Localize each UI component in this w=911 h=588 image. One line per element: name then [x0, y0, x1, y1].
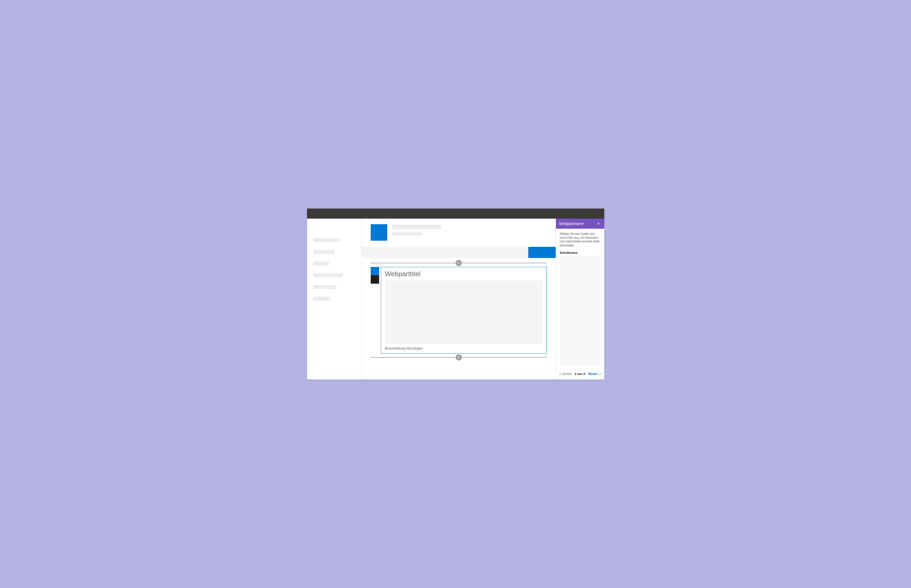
section-divider-top: + — [371, 260, 547, 267]
nav-item-placeholder[interactable] — [313, 250, 335, 254]
back-label: Zurück — [562, 372, 572, 376]
panel-page-indicator: 1 von 3 — [574, 372, 585, 376]
webpart-title-input[interactable]: Webparttitel — [385, 270, 542, 278]
canvas: + Webparttitel Beschreibung hinzufügen — [362, 260, 556, 361]
nav-item-placeholder[interactable] — [313, 297, 330, 301]
next-label: Weiter — [588, 372, 597, 376]
panel-header: Webpartname ✕ — [556, 219, 604, 229]
panel-body: Wählen Sie eine Quelle und einen Filter … — [556, 229, 604, 369]
webpart-content-placeholder — [385, 281, 542, 344]
webpart-container[interactable]: Webparttitel Beschreibung hinzufügen — [381, 267, 547, 354]
nav-item-placeholder[interactable] — [313, 273, 343, 277]
panel-description: Wählen Sie eine Quelle und einen Filter … — [560, 232, 600, 247]
webpart-toolbar — [371, 267, 379, 354]
panel-title: Webpartname — [559, 221, 584, 226]
nav-item-placeholder[interactable] — [313, 285, 336, 289]
panel-back-button[interactable]: Zurück — [560, 372, 572, 376]
site-title-placeholder — [392, 224, 441, 235]
webpart-move-handle[interactable] — [371, 267, 379, 275]
webpart-caption-input[interactable]: Beschreibung hinzufügen — [385, 346, 542, 351]
add-section-button[interactable]: + — [456, 260, 462, 266]
panel-close-button[interactable]: ✕ — [596, 221, 601, 227]
webpart-delete-button[interactable] — [371, 275, 379, 284]
section-divider-bottom: + — [371, 354, 547, 361]
plus-icon: + — [457, 261, 460, 265]
left-nav — [307, 219, 362, 380]
titlebar — [307, 208, 604, 219]
site-logo — [371, 224, 387, 241]
close-icon: ✕ — [597, 222, 600, 226]
panel-next-button[interactable]: Weiter — [588, 372, 600, 376]
primary-action-button[interactable] — [528, 247, 556, 258]
app-window: + Webparttitel Beschreibung hinzufügen — [307, 208, 604, 380]
main-content: + Webparttitel Beschreibung hinzufügen — [362, 219, 556, 380]
panel-footer: Zurück 1 von 3 Weiter — [556, 369, 604, 380]
command-bar — [362, 247, 556, 258]
panel-step-label: Schrittname — [560, 251, 600, 254]
nav-item-placeholder[interactable] — [313, 262, 329, 265]
webpart-row: Webparttitel Beschreibung hinzufügen — [371, 267, 547, 354]
panel-step-content-placeholder — [560, 256, 600, 366]
chevron-right-icon — [598, 373, 600, 375]
page-header — [362, 224, 556, 247]
add-section-button[interactable]: + — [456, 354, 462, 360]
nav-item-placeholder[interactable] — [313, 238, 339, 242]
plus-icon: + — [457, 355, 460, 360]
property-panel: Webpartname ✕ Wählen Sie eine Quelle und… — [556, 219, 604, 380]
app-body: + Webparttitel Beschreibung hinzufügen — [307, 219, 604, 380]
chevron-left-icon — [559, 373, 561, 375]
